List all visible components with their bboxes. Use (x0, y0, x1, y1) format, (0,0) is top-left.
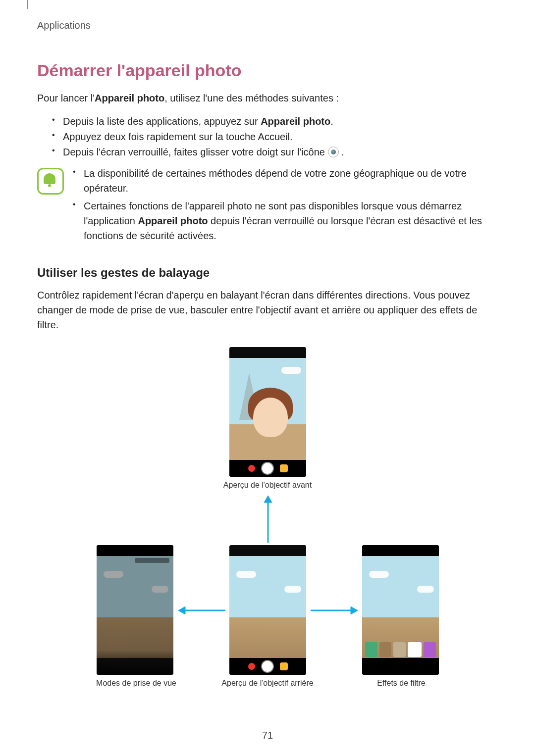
camera-switch-icon (280, 464, 288, 472)
camera-icon (328, 147, 339, 157)
shutter-icon (261, 462, 274, 475)
note-item: La disponibilité de certaines méthodes d… (73, 166, 498, 196)
caption-rear-preview: Aperçu de l'objectif arrière (208, 679, 327, 688)
subsection-paragraph: Contrôlez rapidement l'écran d'aperçu en… (37, 288, 498, 332)
shutter-icon (261, 660, 274, 673)
subsection-title: Utiliser les gestes de balayage (37, 266, 498, 280)
note-block: La disponibilité de certaines méthodes d… (37, 166, 498, 246)
caption-filters: Effets de filtre (362, 679, 441, 688)
note-bell-icon (37, 168, 64, 195)
filter-thumbnails (365, 642, 436, 657)
list-item: Depuis l'écran verrouillé, faites glisse… (52, 145, 498, 160)
intro-bold: Appareil photo (95, 93, 164, 103)
caption-front-preview: Aperçu de l'objectif avant (213, 481, 322, 490)
page-number: 71 (0, 730, 535, 741)
intro-pre: Pour lancer l' (37, 93, 95, 103)
phone-shooting-modes (97, 545, 173, 675)
swipe-diagram: Aperçu de l'objectif avant Aperçu de l'o… (37, 347, 498, 689)
page-top-rule (27, 0, 28, 9)
note-item: Certaines fonctions de l'appareil photo … (73, 199, 498, 243)
section-title: Démarrer l'appareil photo (37, 61, 498, 80)
camera-switch-icon (280, 662, 288, 670)
arrow-up-icon (263, 496, 273, 543)
svg-marker-3 (178, 606, 185, 614)
phone-rear-preview (229, 545, 306, 675)
arrow-right-icon (311, 605, 358, 615)
bullet1-bold: Appareil photo (261, 116, 330, 127)
record-icon (248, 663, 255, 670)
bullet3-pre: Depuis l'écran verrouillé, faites glisse… (63, 147, 328, 157)
list-item: Appuyez deux fois rapidement sur la touc… (52, 129, 498, 145)
intro-paragraph: Pour lancer l'Appareil photo, utilisez l… (37, 91, 498, 105)
bullet1-pre: Depuis la liste des applications, appuye… (63, 116, 261, 127)
header-category: Applications (37, 20, 498, 31)
intro-post: , utilisez l'une des méthodes suivantes … (164, 93, 339, 103)
record-icon (248, 465, 255, 472)
list-item: Depuis la liste des applications, appuye… (52, 114, 498, 129)
svg-marker-5 (351, 606, 358, 614)
caption-modes: Modes de prise de vue (89, 679, 183, 688)
arrow-left-icon (178, 605, 225, 615)
phone-filter-effects (362, 545, 439, 675)
phone-front-preview (229, 347, 306, 477)
svg-marker-1 (264, 496, 272, 503)
bullet1-post: . (330, 116, 333, 127)
note2-bold: Appareil photo (138, 215, 208, 226)
launch-methods-list: Depuis la liste des applications, appuye… (37, 114, 498, 160)
bullet3-post: . (341, 147, 344, 157)
